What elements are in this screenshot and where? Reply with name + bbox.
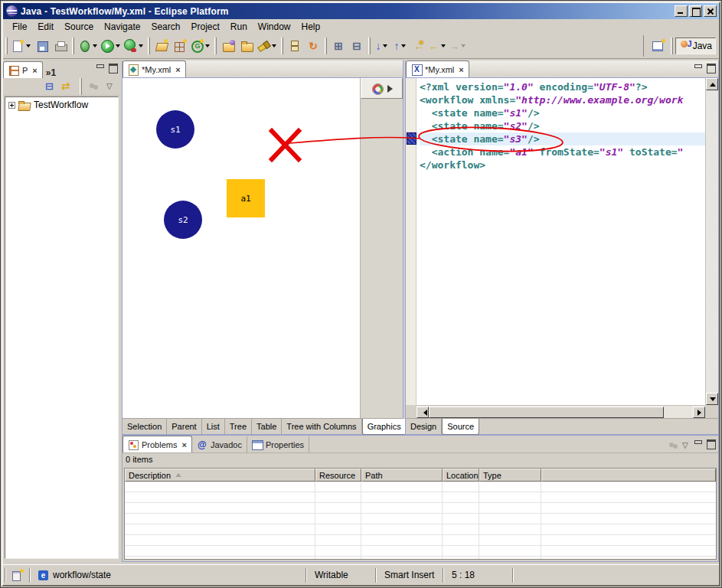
page-tab-design[interactable]: Design bbox=[406, 419, 442, 434]
back-button[interactable]: ← bbox=[428, 37, 448, 55]
page-tab-parent[interactable]: Parent bbox=[167, 419, 201, 434]
scroll-left-button[interactable] bbox=[417, 407, 429, 418]
tab-properties[interactable]: Properties bbox=[247, 436, 309, 452]
menu-search[interactable]: Search bbox=[145, 20, 185, 34]
new-wizard-dropdown-icon[interactable] bbox=[26, 44, 31, 47]
code-line-2[interactable]: <workflow xmlns="http://www.example.org/… bbox=[420, 93, 705, 106]
menu-navigate[interactable]: Navigate bbox=[99, 20, 145, 34]
package-explorer-tree[interactable]: TestWorkflow bbox=[5, 96, 119, 559]
view-minimize-button[interactable] bbox=[693, 439, 704, 448]
menu-edit[interactable]: Edit bbox=[32, 20, 59, 34]
synchronize-button[interactable]: ↻ bbox=[304, 37, 322, 55]
next-annotation-dropdown-icon[interactable] bbox=[383, 44, 387, 47]
page-tab-table[interactable]: Table bbox=[252, 419, 282, 434]
new-wizard-button[interactable] bbox=[10, 37, 33, 55]
node-s1[interactable]: s1 bbox=[156, 110, 194, 149]
next-annotation-button[interactable]: ↓ bbox=[373, 37, 391, 55]
editor-minimize-button[interactable] bbox=[693, 63, 704, 72]
view-menu-icon[interactable] bbox=[667, 439, 678, 448]
close-editor-icon[interactable]: × bbox=[175, 65, 180, 74]
minimize-button[interactable] bbox=[675, 5, 688, 17]
palette-header[interactable] bbox=[361, 78, 403, 99]
workflow-diagram-canvas[interactable]: s1s2a1 bbox=[123, 78, 360, 418]
view-maximize-button[interactable] bbox=[706, 439, 717, 448]
fast-view-icon[interactable] bbox=[11, 568, 25, 582]
close-editor-icon[interactable]: × bbox=[459, 65, 463, 74]
view-minimize-button[interactable] bbox=[95, 63, 106, 72]
run-external-tools-dropdown-icon[interactable] bbox=[139, 44, 143, 47]
run-dropdown-icon[interactable] bbox=[116, 44, 120, 47]
view-maximize-button[interactable] bbox=[108, 63, 119, 72]
view-overflow-chevron[interactable]: »1 bbox=[43, 67, 59, 78]
search-button[interactable] bbox=[256, 37, 279, 55]
previous-annotation-dropdown-icon[interactable] bbox=[401, 44, 406, 47]
menu-help[interactable]: Help bbox=[296, 20, 326, 34]
page-tab-source[interactable]: Source bbox=[442, 419, 479, 435]
open-resource-button[interactable] bbox=[237, 37, 256, 55]
annotation-ruler[interactable] bbox=[406, 78, 417, 405]
vertical-scroll-track[interactable] bbox=[706, 90, 718, 393]
previous-annotation-button[interactable]: ↑ bbox=[391, 37, 410, 55]
back-dropdown-icon[interactable] bbox=[441, 44, 446, 47]
new-grid-wizard-button[interactable] bbox=[171, 37, 189, 55]
view-menu-arrow-icon[interactable] bbox=[680, 439, 691, 448]
maximize-part-button[interactable]: ⊞ bbox=[329, 37, 348, 55]
tab-package-explorer[interactable]: P × bbox=[3, 61, 43, 78]
xml-code-area[interactable]: <?xml version="1.0" encoding="UTF-8"?><w… bbox=[417, 78, 705, 405]
close-view-icon[interactable]: × bbox=[32, 66, 37, 75]
tree-item-testworkflow[interactable]: TestWorkflow bbox=[5, 97, 118, 110]
node-a1[interactable]: a1 bbox=[227, 179, 265, 217]
type-hierarchy-button[interactable] bbox=[286, 37, 304, 55]
column-header-path[interactable]: Path bbox=[361, 469, 443, 482]
forward-dropdown-icon[interactable] bbox=[461, 44, 466, 47]
column-header-resource[interactable]: Resource bbox=[315, 469, 361, 482]
tab-graphics-editor[interactable]: *My.xml × bbox=[123, 60, 186, 77]
perspective-java-button[interactable]: Java bbox=[675, 38, 716, 54]
new-web-wizard-button[interactable] bbox=[152, 37, 171, 55]
new-web-browser-button[interactable] bbox=[189, 37, 212, 55]
restore-part-button[interactable]: ⊟ bbox=[348, 37, 366, 55]
tab-problems[interactable]: Problems × bbox=[123, 436, 192, 452]
scroll-up-button[interactable] bbox=[706, 78, 718, 90]
vertical-scrollbar[interactable] bbox=[705, 78, 718, 405]
open-type-button[interactable] bbox=[219, 37, 237, 55]
maximize-button[interactable] bbox=[689, 5, 702, 17]
scroll-down-button[interactable] bbox=[706, 393, 718, 405]
debug-button[interactable] bbox=[77, 37, 100, 55]
menu-run[interactable]: Run bbox=[225, 20, 253, 34]
column-header-description[interactable]: Description bbox=[125, 469, 315, 482]
expander-plus-icon[interactable] bbox=[8, 102, 15, 109]
save-button[interactable] bbox=[33, 37, 51, 55]
menu-project[interactable]: Project bbox=[185, 20, 224, 34]
page-tab-selection[interactable]: Selection bbox=[123, 419, 167, 434]
node-s2[interactable]: s2 bbox=[164, 201, 202, 239]
close-view-icon[interactable]: × bbox=[181, 440, 186, 449]
print-button[interactable] bbox=[51, 37, 70, 55]
code-line-4[interactable]: <state name="s2"/> bbox=[420, 119, 705, 132]
horizontal-scroll-thumb[interactable] bbox=[429, 407, 664, 418]
view-menu-icon[interactable] bbox=[87, 80, 101, 93]
close-button[interactable] bbox=[704, 5, 717, 17]
run-external-tools-button[interactable] bbox=[123, 37, 145, 55]
tab-javadoc[interactable]: Javadoc bbox=[192, 436, 247, 452]
scroll-right-button[interactable] bbox=[693, 407, 705, 418]
menu-window[interactable]: Window bbox=[253, 20, 296, 34]
page-tab-list[interactable]: List bbox=[202, 419, 225, 434]
code-line-1[interactable]: <?xml version="1.0" encoding="UTF-8"?> bbox=[420, 80, 705, 93]
menu-source[interactable]: Source bbox=[59, 20, 99, 34]
editor-maximize-button[interactable] bbox=[706, 63, 717, 72]
code-line-7[interactable]: </workflow> bbox=[420, 158, 705, 172]
code-line-5[interactable]: <state name="s3"/> bbox=[420, 132, 705, 145]
run-button[interactable] bbox=[100, 37, 123, 55]
column-header-type[interactable]: Type bbox=[479, 469, 541, 482]
collapse-all-icon[interactable] bbox=[44, 80, 57, 93]
page-tab-tree[interactable]: Tree bbox=[225, 419, 252, 434]
search-dropdown-icon[interactable] bbox=[272, 44, 276, 47]
open-perspective-button[interactable] bbox=[648, 38, 668, 54]
code-line-3[interactable]: <state name="s1"/> bbox=[420, 106, 705, 119]
tab-xml-editor[interactable]: *My.xml × bbox=[406, 60, 469, 77]
view-menu-arrow-icon[interactable] bbox=[104, 80, 118, 93]
title-bar[interactable]: Java - TestWorkflow/My.xml - Eclipse Pla… bbox=[3, 3, 719, 19]
menu-file[interactable]: File bbox=[7, 20, 32, 34]
last-edit-location-button[interactable]: ← bbox=[410, 37, 428, 55]
